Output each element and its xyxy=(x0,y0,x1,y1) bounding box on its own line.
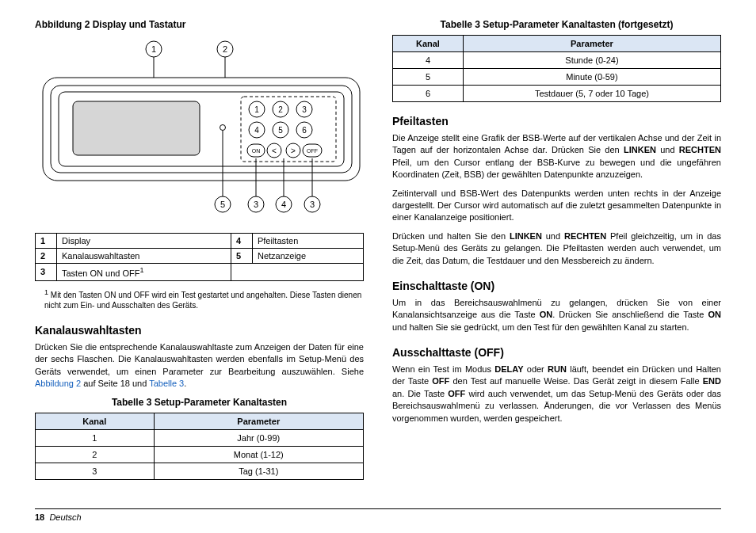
svg-text:1: 1 xyxy=(151,44,156,54)
page-footer: 18 Deutsch xyxy=(35,508,721,522)
table3-caption: Tabelle 3 Setup-Parameter Kanaltasten xyxy=(35,397,364,408)
link-tabelle-3[interactable]: Tabelle 3 xyxy=(149,379,184,388)
table3b: KanalParameter 4Stunde (0-24) 5Minute (0… xyxy=(392,35,721,102)
para-pfeil-2: Zeitintervall und BSB-Wert des Datenpunk… xyxy=(392,188,721,224)
svg-text:ON: ON xyxy=(252,148,261,154)
right-column: Tabelle 3 Setup-Parameter Kanaltasten (f… xyxy=(392,19,721,508)
svg-text:4: 4 xyxy=(254,126,259,135)
left-column: Abbildung 2 Display und Tastatur 1 2 xyxy=(35,19,364,508)
svg-text:2: 2 xyxy=(223,44,227,54)
svg-text:OFF: OFF xyxy=(307,148,318,154)
svg-text:>: > xyxy=(291,147,296,155)
svg-rect-9 xyxy=(73,101,200,155)
table3: KanalParameter 1Jahr (0-99) 2Monat (1-12… xyxy=(35,413,364,480)
svg-text:3: 3 xyxy=(302,105,307,114)
para-off: Wenn ein Test im Modus DELAY oder RUN lä… xyxy=(392,364,721,424)
para-pfeil-1: Die Anzeige stellt eine Grafik der BSB-W… xyxy=(392,132,721,181)
svg-point-10 xyxy=(220,125,226,131)
svg-text:2: 2 xyxy=(278,105,283,114)
columns: Abbildung 2 Display und Tastatur 1 2 xyxy=(35,19,721,508)
page-language: Deutsch xyxy=(49,512,81,522)
figure-caption: Abbildung 2 Display und Tastatur xyxy=(35,19,364,30)
page-number: 18 xyxy=(35,512,44,522)
svg-text:5: 5 xyxy=(278,126,283,135)
svg-text:3: 3 xyxy=(310,200,315,209)
para-kanal: Drücken Sie die entsprechende Kanalauswa… xyxy=(35,341,364,390)
legend-table: 1 Display 4 Pfeiltasten 2 Kanalauswahlta… xyxy=(35,233,364,281)
device-drawing: 1 2 1 xyxy=(35,38,368,233)
svg-text:6: 6 xyxy=(302,126,307,135)
figure-2: 1 2 1 xyxy=(35,38,364,233)
page: Abbildung 2 Display und Tastatur 1 2 xyxy=(0,0,756,533)
para-pfeil-3: Drücken und halten Sie den LINKEN und RE… xyxy=(392,230,721,267)
svg-text:<: < xyxy=(272,147,277,155)
svg-text:4: 4 xyxy=(281,200,286,209)
svg-text:5: 5 xyxy=(220,200,225,209)
table3b-caption: Tabelle 3 Setup-Parameter Kanaltasten (f… xyxy=(392,19,721,30)
heading-kanalauswahltasten: Kanalauswahltasten xyxy=(35,324,364,337)
heading-pfeiltasten: Pfeiltasten xyxy=(392,115,721,128)
link-abbildung-2[interactable]: Abbildung 2 xyxy=(35,379,81,388)
svg-text:1: 1 xyxy=(254,105,259,114)
heading-off: Ausschalttaste (OFF) xyxy=(392,346,721,359)
svg-text:3: 3 xyxy=(254,200,258,209)
footnote: 1 Mit den Tasten ON und OFF wird ein Tes… xyxy=(44,287,362,311)
para-on: Um in das Bereichsauswahlmenü zu gelange… xyxy=(392,297,721,333)
heading-on: Einschalttaste (ON) xyxy=(392,280,721,292)
